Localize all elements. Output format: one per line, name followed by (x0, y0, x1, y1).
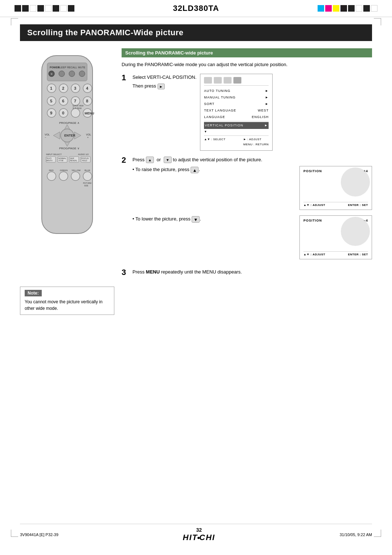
corner-mark-tl (11, 18, 18, 25)
down-arrow-btn[interactable]: ▼ (164, 157, 172, 163)
svg-text:AUDIO 1/2: AUDIO 1/2 (78, 153, 89, 155)
position-inner: POSITION +4 (303, 169, 368, 202)
note-box: Note: You cannot move the picture vertic… (20, 287, 114, 315)
menu-icon-4 (233, 77, 241, 84)
page-heading: Scrolling the PANORAMIC-Wide picture (20, 24, 372, 41)
step-2-number: 2 (122, 156, 129, 164)
svg-text:MIX/TV: MIX/TV (46, 159, 53, 162)
note-label: Note: (25, 290, 42, 296)
svg-text:4: 4 (86, 86, 89, 90)
circle-graphic (341, 167, 370, 197)
menu-divider (204, 121, 269, 121)
bullet-raise: • To raise the picture, press ▲. POSITIO… (132, 166, 372, 210)
svg-text:5: 5 (50, 99, 52, 103)
note-text: You cannot move the picture vertically i… (25, 299, 110, 312)
svg-text:1: 1 (50, 86, 52, 90)
step-3-number: 3 (122, 268, 129, 276)
reg-sq (53, 5, 59, 12)
svg-text:GREEN: GREEN (60, 169, 68, 171)
menu-footer: ▲▼ : SELECT ► : ADJUST MENU : RETURN (204, 135, 269, 147)
menu-icon-2 (214, 77, 222, 84)
menu-display: AUTO TUNING ► MANUAL TUNING ► SORT ► (200, 74, 273, 151)
color-reg-cyan (318, 5, 324, 12)
menu-arrow-down: ▼ (204, 129, 269, 134)
menu-item-manual-tuning: MANUAL TUNING ► (204, 94, 269, 101)
reg-sq (37, 5, 44, 12)
svg-text:9: 9 (50, 111, 52, 115)
svg-text:①: ① (50, 73, 53, 75)
step-2-content: Press ▲ or ▼ to adjust the vertical posi… (132, 156, 372, 263)
svg-text:8: 8 (86, 99, 88, 103)
position-inner-2: POSITION –4 (303, 219, 368, 251)
up-btn-raise[interactable]: ▲ (191, 167, 199, 173)
color-reg-yellow (333, 5, 339, 12)
svg-point-10 (79, 71, 85, 77)
svg-text:F/T/B: F/T/B (59, 159, 64, 162)
svg-text:HOLD: HOLD (82, 159, 87, 162)
svg-text:3: 3 (74, 86, 76, 90)
step-2: 2 Press ▲ or ▼ to adjust the vertical po… (122, 156, 372, 263)
svg-text:+: + (87, 136, 89, 139)
menu-footer-right: ► : ADJUST MENU : RETURN (243, 137, 269, 147)
enter-icon: ► (158, 84, 165, 89)
svg-text:QUICK VIEW: QUICK VIEW (73, 105, 83, 107)
pos-footer-2: ▲▼ : ADJUST ENTER : SET (303, 251, 368, 256)
svg-text:PICTURE/: PICTURE/ (83, 182, 92, 184)
step-1-main-text: Select VERTI-CAL POSITION. (132, 74, 196, 81)
reg-marks-right (318, 5, 377, 12)
reg-sq (363, 5, 370, 12)
reg-sq (22, 5, 29, 12)
up-arrow-btn[interactable]: ▲ (146, 157, 154, 163)
svg-text:ENTER: ENTER (64, 134, 75, 137)
svg-text:SLEEP: SLEEP (58, 66, 66, 69)
top-bar: 32LD380TA (0, 0, 392, 17)
step-3-text: Press MENU repeatedly until the MENU dis… (132, 268, 372, 276)
svg-text:6: 6 (62, 99, 64, 103)
step-1-sub-text: Then press ► (132, 82, 196, 90)
page-footer: 3V90441A [E] P32-39 32 HITCHI 31/10/05, … (20, 524, 372, 542)
reg-sq (15, 5, 21, 12)
menu-item-language: LANGUAGE ENGLISH (204, 114, 269, 120)
svg-text:MUTE: MUTE (78, 66, 85, 69)
step-3: 3 Press MENU repeatedly until the MENU d… (122, 268, 372, 278)
position-box-lower: POSITION –4 ▲▼ : ADJUST ENTER : SET (299, 215, 372, 259)
svg-text:RECALL: RECALL (67, 66, 77, 69)
remote-control-svg: POWER SLEEP RECALL MUTE ① 1 2 (31, 52, 103, 241)
step-3-content: Press MENU repeatedly until the MENU dis… (132, 268, 372, 278)
color-reg-black (340, 5, 347, 12)
svg-text:2: 2 (62, 86, 64, 90)
svg-point-33 (71, 109, 80, 117)
svg-text:0: 0 (62, 111, 64, 115)
step-1-content: Select VERTI-CAL POSITION. Then press ► (132, 74, 372, 151)
reg-sq (45, 5, 52, 12)
step-1-number: 1 (122, 74, 129, 82)
circle-graphic-2 (341, 217, 370, 246)
svg-point-9 (69, 71, 75, 77)
corner-mark-tr (374, 18, 381, 25)
right-col: Scrolling the PANORAMIC-wide picture Dur… (122, 48, 372, 283)
page-number: 32 (183, 527, 215, 533)
footer-center-block: 32 HITCHI (183, 527, 215, 542)
svg-point-66 (47, 172, 56, 181)
bullet-lower-text: • To lower the picture, press ▼. (132, 215, 296, 224)
svg-point-67 (59, 172, 68, 181)
svg-text:VOL: VOL (86, 133, 91, 136)
reg-sq (68, 5, 74, 12)
position-box-raise: POSITION +4 ▲▼ : ADJUST ENTER : SET (299, 166, 372, 210)
left-col: POWER SLEEP RECALL MUTE ① 1 2 (20, 48, 114, 244)
model-number: 32LD380TA (173, 4, 219, 13)
down-btn-lower[interactable]: ▼ (192, 216, 200, 223)
menu-item-vertical-pos: VERTICAL POSITION ► (204, 122, 269, 129)
bullet-lower: • To lower the picture, press ▼. POSITIO… (132, 215, 372, 259)
svg-text:RED: RED (49, 169, 54, 171)
reg-marks-left (15, 5, 74, 12)
hitachi-dot (197, 537, 200, 539)
reg-sq (348, 5, 355, 12)
svg-point-68 (71, 172, 80, 181)
footer-right: 31/10/05, 9:22 AM (340, 532, 372, 537)
svg-point-8 (59, 71, 65, 77)
svg-text:PROG/PAGE ∨: PROG/PAGE ∨ (59, 147, 79, 150)
menu-icons-row (204, 77, 269, 86)
menu-item-text-lang: TEXT LANGUAGE WEST (204, 107, 269, 114)
svg-text:−: − (45, 136, 46, 139)
